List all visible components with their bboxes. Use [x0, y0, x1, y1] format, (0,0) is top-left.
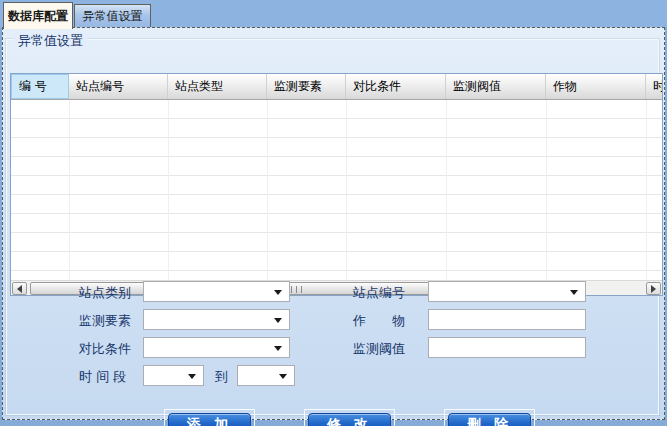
grid-empty-row[interactable]	[11, 252, 662, 271]
chevron-down-icon	[279, 374, 287, 379]
label-monitor-threshold: 监测阈值	[353, 340, 405, 358]
compare-condition-combobox[interactable]	[143, 337, 290, 358]
crop-input[interactable]	[428, 309, 586, 330]
label-monitor-element: 监测要素	[79, 312, 131, 330]
groupbox-title: 异常值设置	[14, 32, 87, 50]
time-to-combobox[interactable]	[237, 365, 295, 386]
grid-column-separator	[446, 100, 447, 280]
scroll-right-icon	[651, 285, 656, 293]
monitor-element-combobox[interactable]	[143, 309, 290, 330]
grid-column-header[interactable]: 站点编号	[69, 74, 168, 99]
grid-column-separator	[546, 100, 547, 280]
add-button-frame: 添 加	[164, 409, 255, 426]
grid-column-header[interactable]: 监测要素	[267, 74, 346, 99]
tab-strip: 数据库配置 异常值设置	[0, 0, 667, 27]
scroll-right-button[interactable]	[646, 282, 661, 295]
grid-column-separator	[69, 100, 70, 280]
grid-column-separator	[646, 100, 647, 280]
grid-empty-row[interactable]	[11, 195, 662, 214]
scroll-left-button[interactable]	[12, 282, 27, 295]
grid-column-header[interactable]: 站点类型	[168, 74, 267, 99]
chevron-down-icon	[274, 290, 282, 295]
monitor-threshold-input[interactable]	[428, 337, 586, 358]
outlier-grid[interactable]: 编 号站点编号站点类型监测要素对比条件监测阀值作物时间段	[10, 73, 663, 296]
label-crop: 作 物	[353, 312, 405, 330]
label-time-range: 时 间 段	[79, 368, 126, 386]
grid-header-row: 编 号站点编号站点类型监测要素对比条件监测阀值作物时间段	[11, 74, 663, 100]
modify-button-frame: 修 改	[304, 409, 395, 426]
label-station-id: 站点编号	[353, 284, 405, 302]
tab-database-config[interactable]: 数据库配置	[3, 2, 73, 29]
grid-empty-row[interactable]	[11, 100, 662, 119]
grid-column-header[interactable]: 作物	[546, 74, 646, 99]
grid-column-header[interactable]: 编 号	[11, 74, 69, 99]
grid-column-header[interactable]: 监测阀值	[446, 74, 546, 99]
grid-empty-row[interactable]	[11, 119, 662, 138]
chevron-down-icon	[274, 318, 282, 323]
station-category-combobox[interactable]	[143, 281, 290, 302]
grid-body[interactable]	[11, 100, 662, 280]
delete-button-frame: 删 除	[444, 409, 535, 426]
scrollbar-grip-icon	[291, 286, 302, 293]
grid-column-separator	[346, 100, 347, 280]
time-from-combobox[interactable]	[143, 365, 204, 386]
modify-button[interactable]: 修 改	[308, 413, 391, 426]
grid-empty-row[interactable]	[11, 176, 662, 195]
grid-column-header[interactable]: 时间段	[646, 74, 663, 99]
grid-empty-row[interactable]	[11, 138, 662, 157]
label-station-category: 站点类别	[79, 284, 131, 302]
tab-outlier-settings[interactable]: 异常值设置	[74, 4, 151, 28]
grid-empty-row[interactable]	[11, 157, 662, 176]
grid-empty-row[interactable]	[11, 271, 662, 280]
grid-column-header[interactable]: 对比条件	[346, 74, 446, 99]
delete-button[interactable]: 删 除	[448, 413, 531, 426]
station-id-combobox[interactable]	[428, 281, 586, 302]
chevron-down-icon	[274, 346, 282, 351]
label-to: 到	[215, 368, 228, 386]
tab-database-config-label: 数据库配置	[8, 8, 68, 25]
add-button[interactable]: 添 加	[168, 413, 251, 426]
tab-page-outlier-settings: 异常值设置 编 号站点编号站点类型监测要素对比条件监测阀值作物时间段 站点类别 …	[2, 27, 665, 420]
chevron-down-icon	[188, 374, 196, 379]
scroll-left-icon	[17, 285, 22, 293]
label-compare-condition: 对比条件	[79, 340, 131, 358]
chevron-down-icon	[570, 290, 578, 295]
grid-empty-row[interactable]	[11, 214, 662, 233]
tab-outlier-settings-label: 异常值设置	[83, 8, 143, 25]
grid-column-separator	[168, 100, 169, 280]
grid-empty-row[interactable]	[11, 233, 662, 252]
grid-column-separator	[267, 100, 268, 280]
